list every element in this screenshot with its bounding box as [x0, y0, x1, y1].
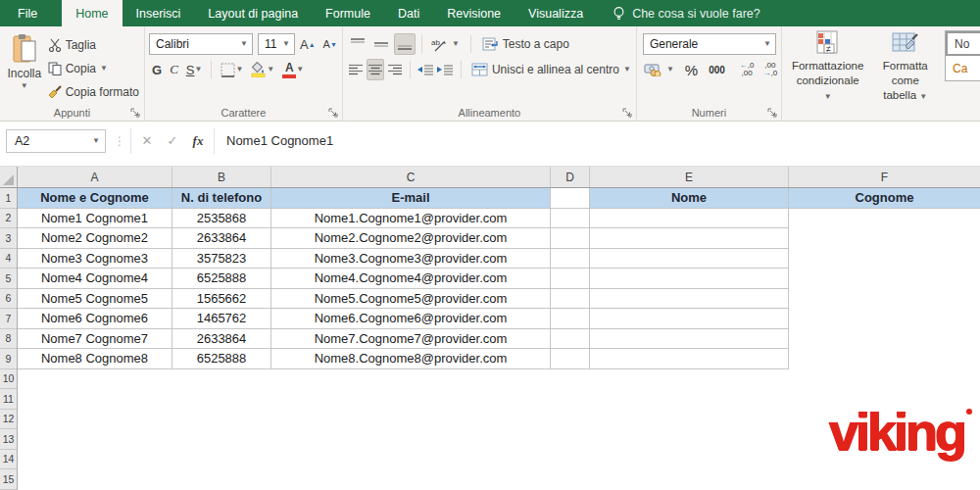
- orientation-button[interactable]: ab ▼: [428, 36, 463, 53]
- row-header-13[interactable]: 13: [0, 429, 17, 450]
- cell-c8[interactable]: Nome7.Cognome7@provider.com: [271, 329, 551, 350]
- tab-visualizza[interactable]: Visualizza: [514, 0, 597, 26]
- cell-b2[interactable]: 2535868: [172, 209, 271, 229]
- cell-b8[interactable]: 2633864: [172, 329, 271, 350]
- format-as-table-button[interactable]: Formatta come tabella ▼: [869, 30, 941, 103]
- cell-d5[interactable]: [551, 269, 590, 289]
- cell-b4[interactable]: 3575823: [172, 249, 271, 270]
- cell-d2[interactable]: [551, 209, 590, 229]
- cell-a3[interactable]: Nome2 Cognome2: [18, 228, 172, 249]
- dialog-launcher-icon[interactable]: [328, 108, 338, 118]
- column-header-e[interactable]: E: [590, 167, 789, 187]
- row-header-3[interactable]: 3: [0, 228, 17, 249]
- decrease-font-button[interactable]: A▼: [320, 33, 340, 55]
- column-header-c[interactable]: C: [271, 167, 551, 187]
- cell-f8[interactable]: [789, 329, 980, 350]
- fill-color-button[interactable]: ▼: [248, 59, 277, 80]
- tab-dati[interactable]: Dati: [384, 0, 433, 26]
- cell-a8[interactable]: Nome7 Cognome7: [18, 329, 172, 350]
- cell-e8[interactable]: [590, 329, 789, 350]
- cell-style-calc[interactable]: Ca: [946, 56, 980, 80]
- row-header-7[interactable]: 7: [0, 309, 17, 329]
- row-header-2[interactable]: 2: [0, 209, 17, 229]
- cell-b6[interactable]: 1565662: [172, 289, 271, 310]
- cell-d9[interactable]: [551, 349, 590, 369]
- increase-font-button[interactable]: A▲: [297, 33, 318, 55]
- cell-a2[interactable]: Nome1 Cognome1: [18, 209, 172, 229]
- cell-d8[interactable]: [551, 329, 590, 350]
- cell-d3[interactable]: [551, 228, 590, 249]
- align-center-button[interactable]: [367, 59, 384, 80]
- cut-button[interactable]: Taglia: [45, 34, 142, 55]
- formula-input[interactable]: Nome1 Cognome1: [226, 133, 333, 148]
- tab-file[interactable]: File: [0, 0, 55, 26]
- increase-indent-button[interactable]: [436, 59, 454, 80]
- number-format-select[interactable]: Generale ▼: [643, 33, 776, 55]
- align-middle-button[interactable]: [370, 33, 392, 55]
- dialog-launcher-icon[interactable]: [622, 108, 632, 118]
- tab-revisione[interactable]: Revisione: [433, 0, 514, 26]
- cell-f7[interactable]: [789, 309, 980, 329]
- italic-button[interactable]: C: [167, 59, 181, 80]
- conditional-formatting-button[interactable]: ≠ Formattazione condizionale ▼: [786, 30, 870, 103]
- cell-c5[interactable]: Nome4.Cognome4@provider.com: [271, 269, 551, 289]
- align-top-button[interactable]: [347, 33, 368, 55]
- merge-center-button[interactable]: Unisci e allinea al centro ▼: [468, 62, 634, 77]
- row-header-1[interactable]: 1: [0, 188, 17, 209]
- row-header-15[interactable]: 15: [0, 469, 17, 490]
- cell-e5[interactable]: [590, 269, 789, 289]
- column-header-a[interactable]: A: [18, 167, 172, 187]
- cell-d7[interactable]: [551, 309, 590, 329]
- cell-f5[interactable]: [789, 269, 980, 289]
- cell-f9[interactable]: [789, 349, 980, 369]
- cell-e1[interactable]: Nome: [590, 188, 789, 209]
- name-box[interactable]: A2 ▼: [6, 129, 106, 153]
- align-right-button[interactable]: [386, 59, 404, 80]
- row-header-11[interactable]: 11: [0, 389, 17, 410]
- cell-c7[interactable]: Nome6.Cognome6@provider.com: [271, 309, 551, 329]
- tab-home[interactable]: Home: [62, 0, 122, 26]
- bold-button[interactable]: G: [149, 59, 165, 80]
- cell-f2[interactable]: [789, 209, 980, 229]
- cell-e3[interactable]: [590, 228, 789, 249]
- increase-decimal-button[interactable]: ←,0 ,00: [738, 61, 757, 78]
- cell-b1[interactable]: N. di telefono: [172, 188, 271, 209]
- cell-a7[interactable]: Nome6 Cognome6: [18, 309, 172, 329]
- dialog-launcher-icon[interactable]: [767, 108, 777, 118]
- cell-d6[interactable]: [551, 289, 590, 310]
- dialog-launcher-icon[interactable]: [130, 108, 140, 118]
- font-size-select[interactable]: 11 ▼: [258, 33, 295, 55]
- cell-b7[interactable]: 1465762: [172, 309, 271, 329]
- row-header-10[interactable]: 10: [0, 369, 17, 390]
- copy-button[interactable]: Copia ▼: [45, 58, 142, 78]
- tab-layout-di-pagina[interactable]: Layout di pagina: [194, 0, 312, 26]
- row-header-5[interactable]: 5: [0, 269, 17, 289]
- cell-a1[interactable]: Nome e Cognome: [18, 188, 172, 209]
- enter-button[interactable]: ✓: [161, 133, 184, 148]
- cell-e4[interactable]: [590, 249, 789, 270]
- tab-inserisci[interactable]: Inserisci: [122, 0, 195, 26]
- align-left-button[interactable]: [347, 59, 365, 80]
- decrease-decimal-button[interactable]: ,00 →,0: [761, 61, 780, 78]
- cell-e9[interactable]: [590, 349, 789, 369]
- align-bottom-button[interactable]: [394, 33, 416, 55]
- row-header-9[interactable]: 9: [0, 349, 17, 369]
- column-header-b[interactable]: B: [172, 167, 271, 187]
- cell-a5[interactable]: Nome4 Cognome4: [18, 269, 172, 289]
- cell-f3[interactable]: [789, 228, 980, 249]
- cell-e6[interactable]: [590, 289, 789, 310]
- cancel-button[interactable]: ✕: [135, 133, 159, 148]
- cell-a4[interactable]: Nome3 Cognome3: [18, 249, 172, 270]
- cell-c6[interactable]: Nome5.Cognome5@provider.com: [271, 289, 551, 310]
- format-painter-button[interactable]: Copia formato: [45, 81, 142, 102]
- font-color-button[interactable]: A ▼: [279, 59, 307, 80]
- row-header-12[interactable]: 12: [0, 410, 17, 430]
- currency-format-button[interactable]: ▼: [641, 62, 677, 77]
- row-header-6[interactable]: 6: [0, 289, 17, 310]
- wrap-text-button[interactable]: Testo a capo: [479, 36, 572, 52]
- percent-style-button[interactable]: %: [682, 59, 701, 80]
- cell-c3[interactable]: Nome2.Cognome2@provider.com: [271, 228, 551, 249]
- cell-a9[interactable]: Nome8 Cognome8: [18, 349, 172, 369]
- cell-d4[interactable]: [551, 249, 590, 270]
- cell-b3[interactable]: 2633864: [172, 228, 271, 249]
